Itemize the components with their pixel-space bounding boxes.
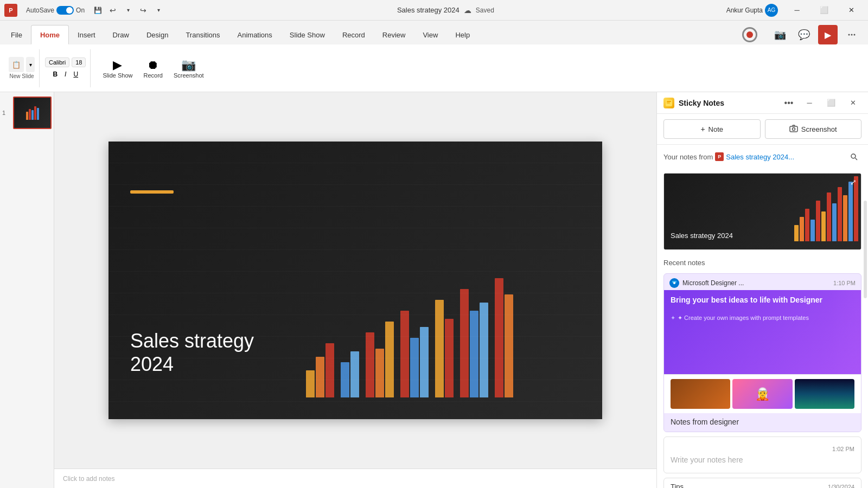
record-circle-icon bbox=[742, 27, 757, 42]
undo-dropdown[interactable]: ▾ bbox=[122, 4, 135, 17]
tab-review[interactable]: Review bbox=[374, 25, 414, 44]
tab-draw[interactable]: Draw bbox=[104, 25, 138, 44]
bold-btn[interactable]: B bbox=[50, 69, 60, 79]
slide-preview-card[interactable]: Sales strategy 2024 ⤢ bbox=[663, 173, 861, 250]
font-size[interactable]: 18 bbox=[72, 57, 86, 67]
slide-number: 1 bbox=[2, 110, 13, 116]
new-slide-label: New Slide bbox=[9, 73, 34, 79]
tips-date: 1/30/2024 bbox=[828, 484, 854, 489]
slide-title-line1: Sales strategy bbox=[130, 329, 254, 352]
sticky-panel-title: Sticky Notes bbox=[679, 99, 777, 107]
customize-btn[interactable]: ▾ bbox=[152, 4, 165, 17]
designer-note-time: 1:10 PM bbox=[833, 280, 856, 286]
tab-help[interactable]: Help bbox=[446, 25, 478, 44]
autosave-label: AutoSave bbox=[26, 7, 54, 14]
tab-file[interactable]: File bbox=[2, 25, 31, 44]
record-ribbon-btn[interactable]: ⏺ Record bbox=[143, 58, 162, 79]
empty-note-time: 1:02 PM bbox=[671, 446, 854, 452]
designer-img-3 bbox=[795, 379, 854, 409]
accent-bar bbox=[130, 190, 174, 194]
designer-sub: ✦ ✦ Create your own images with prompt t… bbox=[671, 314, 854, 322]
svg-rect-6 bbox=[790, 126, 797, 132]
tab-home[interactable]: Home bbox=[31, 25, 69, 44]
user-name: Ankur Gupta bbox=[726, 7, 763, 14]
undo-btn[interactable]: ↩ bbox=[106, 4, 119, 17]
save-btn[interactable]: 💾 bbox=[91, 4, 104, 17]
comment-btn[interactable]: 💬 bbox=[794, 25, 814, 44]
sticky-close-btn[interactable]: ✕ bbox=[844, 95, 861, 111]
record-btn[interactable] bbox=[733, 25, 766, 44]
slide-title-line2: 2024 bbox=[130, 352, 254, 376]
tab-insert[interactable]: Insert bbox=[69, 25, 104, 44]
screenshot-ribbon-btn[interactable]: 📷 Screenshot bbox=[174, 58, 204, 79]
tips-label: Tips bbox=[671, 483, 684, 488]
designer-source-name: Microsoft Designer ... bbox=[682, 279, 830, 287]
preview-slide-title: Sales strategy 2024 bbox=[671, 232, 733, 241]
underline-btn[interactable]: U bbox=[71, 69, 81, 79]
expand-preview-btn[interactable]: ⤢ bbox=[850, 178, 857, 187]
screenshot-toolbar-btn[interactable]: 📷 bbox=[770, 25, 790, 44]
tab-slideshow[interactable]: Slide Show bbox=[281, 25, 334, 44]
sticky-notes-icon bbox=[663, 98, 674, 108]
designer-img-1 bbox=[671, 379, 730, 409]
file-name: Sales strategy 2024 bbox=[397, 6, 459, 14]
autosave-indicator: Saved bbox=[476, 7, 494, 14]
restore-btn[interactable]: ⬜ bbox=[812, 2, 837, 19]
designer-note-card[interactable]: Microsoft Designer ... 1:10 PM Bring you… bbox=[663, 273, 861, 432]
tab-animations[interactable]: Animations bbox=[229, 25, 281, 44]
avatar[interactable]: AG bbox=[765, 4, 778, 17]
italic-btn[interactable]: I bbox=[62, 69, 69, 79]
source-prefix: Your notes from bbox=[663, 153, 713, 161]
screenshot-camera-icon bbox=[789, 125, 798, 134]
minimize-btn[interactable]: ─ bbox=[784, 2, 809, 19]
tips-card[interactable]: Tips 1/30/2024 bbox=[663, 478, 861, 488]
svg-point-8 bbox=[851, 154, 856, 158]
svg-point-1 bbox=[851, 34, 853, 36]
tab-view[interactable]: View bbox=[414, 25, 446, 44]
svg-point-7 bbox=[792, 127, 795, 130]
recent-notes-label: Recent notes bbox=[657, 254, 868, 269]
new-slide-btn[interactable]: 📋 bbox=[9, 57, 24, 72]
designer-headline: Bring your best ideas to life with Desig… bbox=[671, 296, 854, 305]
tab-transitions[interactable]: Transitions bbox=[177, 25, 228, 44]
svg-point-0 bbox=[848, 34, 850, 36]
autosave-toggle[interactable] bbox=[56, 6, 74, 15]
empty-note-text[interactable]: Write your notes here bbox=[671, 455, 854, 464]
main-slide[interactable]: Sales strategy 2024 bbox=[108, 142, 602, 419]
designer-source-icon bbox=[669, 278, 679, 288]
search-btn[interactable] bbox=[846, 149, 861, 164]
redo-btn[interactable]: ↪ bbox=[137, 4, 150, 17]
svg-line-9 bbox=[856, 158, 858, 160]
add-note-btn[interactable]: + Note bbox=[663, 119, 761, 139]
screenshot-label: Screenshot bbox=[801, 125, 837, 133]
autosave-state: On bbox=[76, 7, 85, 14]
sticky-scrollbar[interactable] bbox=[864, 201, 867, 298]
tab-design[interactable]: Design bbox=[138, 25, 177, 44]
tab-record[interactable]: Record bbox=[334, 25, 374, 44]
add-note-label: Note bbox=[709, 125, 723, 133]
sticky-minimize-btn[interactable]: ─ bbox=[801, 95, 818, 111]
svg-rect-4 bbox=[667, 101, 671, 102]
designer-images-row: 🧝 bbox=[664, 374, 861, 413]
font-family[interactable]: Calibri bbox=[45, 57, 69, 67]
more-options-btn[interactable] bbox=[842, 25, 861, 44]
notes-placeholder[interactable]: Click to add notes bbox=[63, 475, 114, 483]
plus-icon: + bbox=[700, 125, 705, 133]
app-icon: P bbox=[4, 4, 17, 17]
take-screenshot-btn[interactable]: Screenshot bbox=[765, 119, 862, 139]
sticky-more-btn[interactable]: ••• bbox=[781, 95, 796, 111]
designer-preview-image: Bring your best ideas to life with Desig… bbox=[664, 290, 861, 374]
svg-rect-5 bbox=[667, 102, 670, 104]
designer-img-2: 🧝 bbox=[732, 379, 792, 409]
close-btn[interactable]: ✕ bbox=[839, 2, 864, 19]
svg-point-2 bbox=[854, 34, 856, 36]
write-note-card[interactable]: 1:02 PM Write your notes here bbox=[663, 436, 861, 473]
slideshow-ribbon-btn[interactable]: ▶ Slide Show bbox=[103, 58, 132, 79]
source-file-link[interactable]: Sales strategy 2024... bbox=[726, 153, 794, 161]
sticky-restore-btn[interactable]: ⬜ bbox=[822, 95, 840, 111]
designer-card-label: Notes from designer bbox=[664, 413, 861, 432]
new-slide-dropdown[interactable]: ▾ bbox=[26, 57, 35, 72]
cloud-icon: ☁ bbox=[464, 6, 471, 15]
present-btn[interactable]: ▶ bbox=[818, 25, 838, 44]
slide-thumbnail[interactable] bbox=[13, 97, 52, 129]
